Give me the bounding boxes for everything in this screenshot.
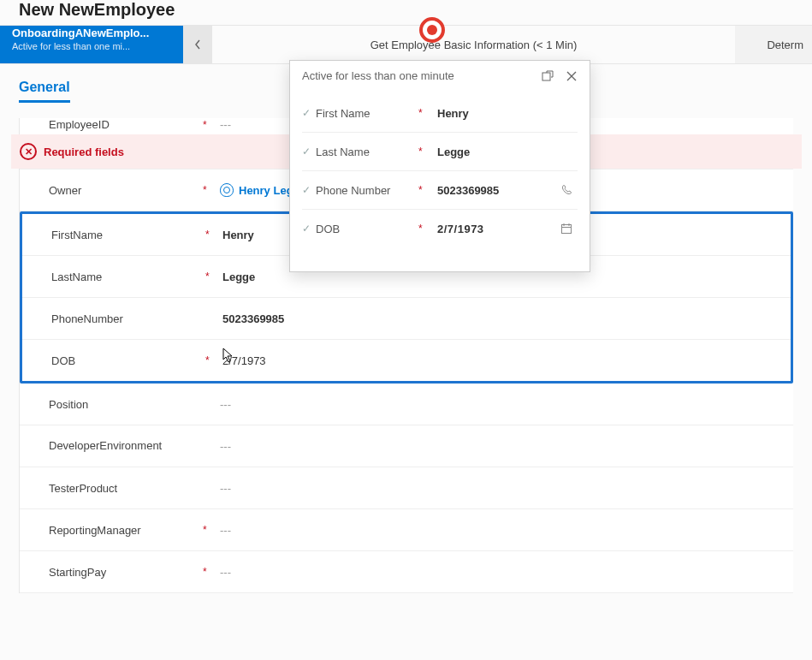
stage-active-title: OnboardingANewEmplo... [12, 26, 149, 41]
label-owner: Owner [20, 184, 203, 197]
label-last-name: LastName [22, 271, 205, 283]
flyout-title: Active for less than one minute [302, 69, 454, 82]
label-starting-pay: StartingPay [20, 566, 203, 579]
stage-flyout: Active for less than one minute ✓ First … [289, 60, 590, 272]
fly-value-dob[interactable]: 2/7/1973 [427, 223, 560, 235]
label-first-name: FirstName [22, 229, 205, 241]
required-marker: * [203, 524, 211, 536]
label-dob: DOB [22, 354, 205, 367]
fly-field-phone[interactable]: ✓ Phone Number * 5023369985 [302, 171, 578, 210]
phone-icon[interactable] [560, 184, 578, 196]
tab-general[interactable]: General [19, 80, 70, 103]
field-position[interactable]: Position --- [20, 384, 793, 425]
fly-value-phone[interactable]: 5023369985 [427, 184, 560, 197]
field-dev-environment[interactable]: DeveloperEnvironment --- [20, 425, 793, 467]
stage-back-button[interactable] [183, 26, 212, 63]
stage-active[interactable]: OnboardingANewEmplo... Active for less t… [0, 26, 183, 63]
check-icon: ✓ [302, 107, 316, 119]
check-icon: ✓ [302, 184, 316, 196]
fly-label-phone: Phone Number [316, 184, 418, 197]
value-employee-id[interactable]: --- [211, 118, 271, 131]
svg-rect-0 [542, 73, 550, 80]
fly-label-last-name: Last Name [316, 146, 418, 158]
label-tester-product: TesterProduct [20, 482, 203, 495]
field-tester-product[interactable]: TesterProduct --- [20, 467, 793, 509]
value-dob[interactable]: 2/7/1973 [214, 354, 791, 367]
fly-value-last-name[interactable]: Legge [427, 146, 560, 158]
record-indicator-icon [419, 17, 445, 43]
required-marker: * [205, 229, 214, 241]
chevron-left-icon [193, 39, 202, 51]
calendar-icon[interactable] [560, 223, 578, 235]
required-marker: * [205, 354, 214, 366]
field-phone-number[interactable]: PhoneNumber 5023369985 [22, 298, 791, 340]
stage-next[interactable]: Determ [735, 26, 812, 63]
fly-label-dob: DOB [316, 223, 418, 235]
label-position: Position [20, 398, 203, 411]
required-marker: * [203, 566, 211, 578]
error-text: Required fields [44, 146, 124, 158]
required-marker: * [203, 119, 211, 131]
fly-value-first-name[interactable]: Henry [427, 107, 560, 120]
required-marker: * [203, 184, 211, 196]
value-tester-product[interactable]: --- [211, 482, 793, 495]
fly-label-first-name: First Name [316, 107, 418, 120]
check-icon: ✓ [302, 223, 316, 235]
required-marker: * [205, 271, 214, 282]
value-starting-pay[interactable]: --- [211, 566, 793, 579]
close-icon[interactable] [566, 70, 578, 82]
value-phone-number[interactable]: 5023369985 [214, 312, 791, 325]
fly-field-last-name[interactable]: ✓ Last Name * Legge [302, 133, 578, 171]
process-stage-bar: OnboardingANewEmplo... Active for less t… [0, 25, 812, 64]
value-position[interactable]: --- [211, 398, 793, 411]
value-reporting-manager[interactable]: --- [211, 524, 793, 537]
error-icon: ✕ [20, 143, 37, 160]
required-marker: * [418, 184, 427, 196]
stage-get-basic-info[interactable]: Get Employee Basic Information (< 1 Min) [212, 26, 735, 63]
label-dev-environment: DeveloperEnvironment [20, 439, 203, 453]
field-reporting-manager[interactable]: ReportingManager * --- [20, 509, 793, 551]
required-marker: * [418, 107, 427, 119]
field-dob[interactable]: DOB * 2/7/1973 [22, 340, 791, 381]
stage-active-subtitle: Active for less than one mi... [12, 41, 130, 51]
dock-icon[interactable] [542, 70, 554, 82]
value-dev-environment[interactable]: --- [211, 440, 793, 453]
required-marker: * [418, 146, 427, 158]
label-phone-number: PhoneNumber [22, 312, 205, 325]
fly-field-first-name[interactable]: ✓ First Name * Henry [302, 94, 578, 133]
label-reporting-manager: ReportingManager [20, 524, 203, 537]
page-title: New NewEmployee [0, 0, 812, 25]
check-icon: ✓ [302, 146, 316, 158]
label-employee-id: EmployeeID [20, 118, 203, 131]
field-starting-pay[interactable]: StartingPay * --- [20, 551, 793, 593]
required-marker: * [418, 223, 427, 235]
svg-rect-1 [562, 225, 572, 234]
person-icon [220, 183, 234, 197]
fly-field-dob[interactable]: ✓ DOB * 2/7/1973 [302, 210, 578, 247]
